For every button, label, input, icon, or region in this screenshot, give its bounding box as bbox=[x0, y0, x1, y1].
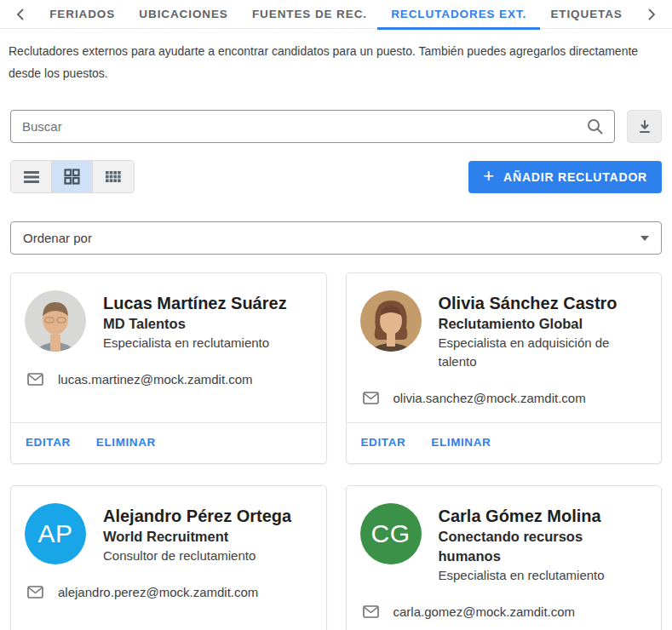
table-view-button[interactable] bbox=[93, 161, 134, 192]
download-button[interactable] bbox=[627, 110, 662, 143]
email-icon bbox=[363, 392, 379, 404]
photo-avatar bbox=[360, 290, 422, 352]
photo-avatar bbox=[25, 290, 86, 352]
recruiter-name: Lucas Martínez Suárez bbox=[103, 292, 287, 314]
tab-ubicaciones[interactable]: UBICACIONES bbox=[137, 0, 229, 29]
recruiter-email: lucas.martinez@mock.zamdit.com bbox=[58, 372, 253, 387]
card-info: Olivia Sánchez Castro Reclutamiento Glob… bbox=[439, 290, 648, 371]
avatar: CG bbox=[360, 503, 422, 564]
tab-etiquetas[interactable]: ETIQUETAS bbox=[549, 0, 623, 29]
edit-button[interactable]: EDITAR bbox=[26, 436, 71, 449]
recruiter-company: Reclutamiento Global bbox=[439, 314, 648, 334]
avatar-initials: AP bbox=[37, 519, 72, 548]
tab-feriados[interactable]: FERIADOS bbox=[48, 0, 117, 29]
avatar bbox=[25, 290, 86, 352]
recruiter-company: Conectando recursos humanos bbox=[439, 527, 648, 566]
list-view-button[interactable] bbox=[11, 161, 52, 192]
recruiter-role: Especialista en reclutamiento bbox=[103, 334, 287, 352]
email-row: olivia.sanchez@mock.zamdit.com bbox=[363, 391, 648, 405]
avatar bbox=[360, 290, 422, 352]
search-row bbox=[10, 110, 662, 143]
plus-icon: + bbox=[483, 167, 494, 186]
add-recruiter-label: AÑADIR RECLUTADOR bbox=[503, 170, 647, 184]
tab-reclutadores-ext[interactable]: RECLUTADORES EXT. bbox=[389, 0, 528, 29]
email-icon bbox=[27, 586, 43, 598]
settings-tabbar: FERIADOS UBICACIONES FUENTES DE REC. REC… bbox=[0, 0, 672, 29]
controls-row: + AÑADIR RECLUTADOR bbox=[10, 160, 662, 193]
recruiter-email: carla.gomez@mock.zamdit.com bbox=[393, 604, 576, 619]
card-header: CG Carla Gómez Molina Conectando recurso… bbox=[360, 503, 648, 585]
delete-button[interactable]: ELIMINAR bbox=[431, 436, 491, 449]
email-row: carla.gomez@mock.zamdit.com bbox=[363, 604, 648, 619]
section-description: Reclutadores externos para ayudarte a en… bbox=[9, 40, 663, 84]
card-header: Olivia Sánchez Castro Reclutamiento Glob… bbox=[360, 290, 648, 371]
email-row: lucas.martinez@mock.zamdit.com bbox=[27, 372, 313, 387]
card-body: AP Alejandro Pérez Ortega World Recruitm… bbox=[11, 486, 326, 630]
email-icon bbox=[363, 605, 379, 618]
view-toggle-group bbox=[10, 160, 135, 193]
list-view-icon bbox=[23, 170, 40, 184]
male-portrait-photo bbox=[25, 290, 86, 352]
recruiter-email: alejandro.perez@mock.zamdit.com bbox=[58, 585, 258, 599]
table-view-icon bbox=[105, 170, 122, 184]
dropdown-arrow-icon bbox=[640, 236, 649, 241]
card-header: Lucas Martínez Suárez MD Talentos Especi… bbox=[25, 290, 313, 352]
edit-button[interactable]: EDITAR bbox=[361, 436, 406, 449]
avatar: AP bbox=[25, 503, 86, 564]
card-actions: EDITAR ELIMINAR bbox=[347, 422, 662, 463]
recruiter-company: MD Talentos bbox=[103, 314, 287, 334]
grid-view-icon bbox=[64, 169, 80, 185]
card-body: Lucas Martínez Suárez MD Talentos Especi… bbox=[11, 273, 326, 422]
recruiter-role: Especialista en adquisición de talento bbox=[439, 334, 648, 371]
recruiter-role: Especialista en reclutamiento bbox=[439, 566, 648, 585]
search-box bbox=[10, 110, 615, 143]
recruiter-card: AP Alejandro Pérez Ortega World Recruitm… bbox=[10, 485, 327, 630]
female-portrait-photo bbox=[360, 290, 422, 352]
chevron-left-icon bbox=[14, 8, 27, 21]
search-input[interactable] bbox=[10, 110, 615, 143]
recruiter-name: Olivia Sánchez Castro bbox=[439, 292, 648, 314]
recruiter-grid: Lucas Martínez Suárez MD Talentos Especi… bbox=[10, 272, 662, 630]
avatar-initials: CG bbox=[371, 519, 411, 548]
tabs-scroll-right-button[interactable] bbox=[645, 8, 658, 21]
email-row: alejandro.perez@mock.zamdit.com bbox=[27, 585, 313, 599]
recruiter-card: Olivia Sánchez Castro Reclutamiento Glob… bbox=[346, 272, 663, 464]
tabs-scroll-left-button[interactable] bbox=[14, 8, 27, 21]
delete-button[interactable]: ELIMINAR bbox=[96, 436, 156, 449]
recruiter-card: Lucas Martínez Suárez MD Talentos Especi… bbox=[10, 272, 327, 464]
card-info: Carla Gómez Molina Conectando recursos h… bbox=[439, 503, 648, 585]
recruiter-name: Carla Gómez Molina bbox=[439, 505, 648, 527]
recruiter-role: Consultor de reclutamiento bbox=[103, 547, 291, 565]
recruiter-card: CG Carla Gómez Molina Conectando recurso… bbox=[346, 485, 663, 630]
recruiter-company: World Recruitment bbox=[103, 527, 291, 547]
card-info: Lucas Martínez Suárez MD Talentos Especi… bbox=[103, 290, 287, 352]
grid-view-button[interactable] bbox=[52, 161, 93, 192]
tab-fuentes-de-rec[interactable]: FUENTES DE REC. bbox=[250, 0, 369, 29]
recruiter-name: Alejandro Pérez Ortega bbox=[103, 505, 291, 527]
card-body: CG Carla Gómez Molina Conectando recurso… bbox=[347, 486, 662, 630]
card-actions: EDITAR ELIMINAR bbox=[11, 422, 326, 463]
sort-by-select[interactable]: Ordenar por bbox=[10, 221, 662, 255]
email-icon bbox=[27, 373, 43, 386]
chevron-right-icon bbox=[645, 8, 658, 21]
download-icon bbox=[637, 119, 652, 135]
card-info: Alejandro Pérez Ortega World Recruitment… bbox=[103, 503, 291, 565]
sort-by-label: Ordenar por bbox=[23, 231, 92, 245]
add-recruiter-button[interactable]: + AÑADIR RECLUTADOR bbox=[468, 161, 662, 193]
card-header: AP Alejandro Pérez Ortega World Recruitm… bbox=[25, 503, 313, 565]
search-icon bbox=[586, 117, 604, 139]
card-body: Olivia Sánchez Castro Reclutamiento Glob… bbox=[347, 273, 662, 422]
recruiter-email: olivia.sanchez@mock.zamdit.com bbox=[393, 391, 586, 405]
